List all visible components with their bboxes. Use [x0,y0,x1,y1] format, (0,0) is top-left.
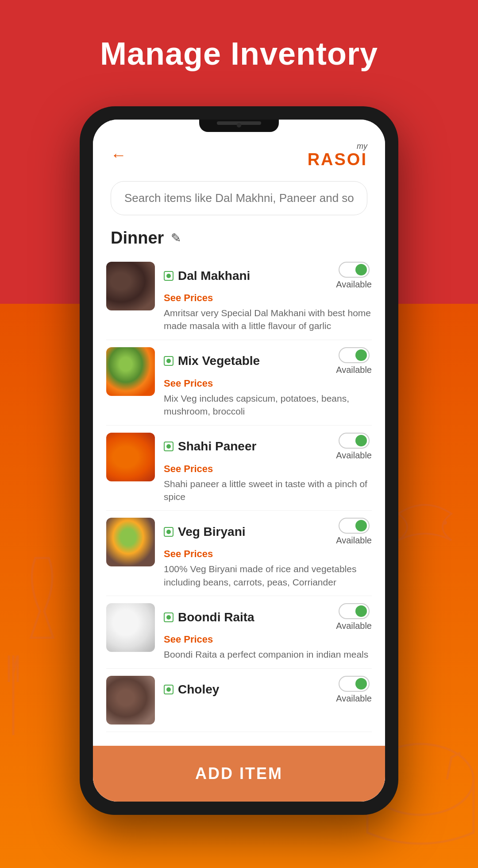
menu-item-5: Boondi Raita Available See Prices Boondi… [106,596,372,668]
add-item-button[interactable]: ADD ITEM [93,746,385,802]
menu-item-top: Boondi Raita Available See Prices Boondi… [106,603,372,661]
item-name-6: Choley [178,682,219,697]
menu-item-4: Veg Biryani Available See Prices 100% Ve… [106,511,372,596]
item-name-row: Veg Biryani Available [164,518,372,546]
item-name-row: Dal Makhani Available [164,262,372,290]
menu-item-top: Choley Available [106,676,372,725]
item-details-3: Shahi Paneer Available See Prices Shahi … [164,433,372,504]
item-details-4: Veg Biryani Available See Prices 100% Ve… [164,518,372,589]
toggle-label-5: Available [336,621,372,631]
toggle-knob-2 [355,349,367,361]
toggle-container-4[interactable]: Available [336,518,372,546]
availability-toggle-6[interactable] [339,676,370,692]
toggle-container-2[interactable]: Available [336,347,372,375]
availability-toggle-5[interactable] [339,603,370,619]
availability-toggle-2[interactable] [339,347,370,363]
item-name-row: Choley Available [164,676,372,704]
toggle-knob-1 [355,264,367,275]
item-image-6 [106,676,155,725]
toggle-knob-6 [355,678,367,690]
item-image-3 [106,433,155,481]
logo-my-text: my [308,142,367,151]
toggle-container-5[interactable]: Available [336,603,372,631]
section-title: Dinner [111,229,164,248]
see-prices-3[interactable]: See Prices [164,463,372,475]
menu-item-1: Dal Makhani Available See Prices Amritsa… [106,255,372,340]
item-name-3: Shahi Paneer [178,439,256,453]
items-list: Dal Makhani Available See Prices Amritsa… [93,255,385,746]
see-prices-2[interactable]: See Prices [164,378,372,389]
app-logo: my RASOI [308,142,367,168]
veg-indicator-3 [164,442,173,451]
logo-rasoi-text: RASOI [308,151,367,168]
item-description-4: 100% Veg Biryani made of rice and vegeta… [164,562,372,589]
veg-dot-inner [166,615,171,620]
svg-point-1 [443,520,447,525]
menu-item-top: Mix Vegetable Available See Prices Mix V… [106,347,372,418]
toggle-knob-5 [355,605,367,617]
page-title: Manage Inventory [0,0,478,72]
menu-item-top: Veg Biryani Available See Prices 100% Ve… [106,518,372,589]
app-content: ← my RASOI Dinner ✎ [93,120,385,802]
menu-item-3: Shahi Paneer Available See Prices Shahi … [106,426,372,511]
toggle-knob-3 [355,435,367,446]
item-name-with-dot: Choley [164,682,219,697]
toggle-label-3: Available [336,450,372,461]
toggle-container-1[interactable]: Available [336,262,372,290]
item-description-2: Mix Veg includes capsicum, potatoes, bea… [164,392,372,418]
veg-dot-inner [166,444,171,449]
item-name-row: Shahi Paneer Available [164,433,372,461]
item-description-1: Amritsar very Special Dal Makhani with b… [164,306,372,333]
item-name-with-dot: Shahi Paneer [164,439,256,453]
see-prices-1[interactable]: See Prices [164,292,372,304]
availability-toggle-1[interactable] [339,262,370,278]
phone-camera [237,123,241,128]
item-name-with-dot: Dal Makhani [164,269,250,283]
item-details-6: Choley Available [164,676,372,706]
item-details-5: Boondi Raita Available See Prices Boondi… [164,603,372,661]
veg-indicator-6 [164,685,173,694]
menu-item-top: Shahi Paneer Available See Prices Shahi … [106,433,372,504]
item-name-5: Boondi Raita [178,610,254,624]
phone-screen: ← my RASOI Dinner ✎ [93,120,385,802]
menu-item-6: Choley Available [106,669,372,732]
availability-toggle-4[interactable] [339,518,370,534]
back-button[interactable]: ← [111,146,127,164]
veg-indicator-4 [164,527,173,537]
item-name-row: Boondi Raita Available [164,603,372,631]
toggle-knob-4 [355,520,367,531]
see-prices-4[interactable]: See Prices [164,548,372,560]
item-image-4 [106,518,155,566]
item-details-1: Dal Makhani Available See Prices Amritsa… [164,262,372,333]
veg-indicator-2 [164,356,173,366]
menu-item-2: Mix Vegetable Available See Prices Mix V… [106,340,372,426]
item-name-1: Dal Makhani [178,269,250,283]
availability-toggle-3[interactable] [339,433,370,449]
toggle-container-6[interactable]: Available [336,676,372,704]
item-name-with-dot: Mix Vegetable [164,354,260,368]
item-name-row: Mix Vegetable Available [164,347,372,375]
item-image-2 [106,347,155,396]
menu-item-top: Dal Makhani Available See Prices Amritsa… [106,262,372,333]
item-name-with-dot: Veg Biryani [164,525,246,539]
item-name-4: Veg Biryani [178,525,246,539]
item-image-1 [106,262,155,310]
veg-dot-inner [166,274,171,278]
item-image-5 [106,603,155,652]
edit-section-icon[interactable]: ✎ [171,231,181,245]
item-name-with-dot: Boondi Raita [164,610,254,624]
item-description-3: Shahi paneer a little sweet in taste wit… [164,477,372,504]
veg-dot-inner [166,530,171,534]
toggle-label-6: Available [336,694,372,704]
phone-frame: ← my RASOI Dinner ✎ [80,106,398,815]
search-input[interactable] [111,181,367,215]
see-prices-5[interactable]: See Prices [164,634,372,645]
toggle-container-3[interactable]: Available [336,433,372,461]
veg-indicator-5 [164,612,173,622]
veg-dot-inner [166,687,171,692]
item-details-2: Mix Vegetable Available See Prices Mix V… [164,347,372,418]
toggle-label-4: Available [336,535,372,546]
veg-indicator-1 [164,271,173,281]
toggle-label-1: Available [336,279,372,290]
veg-dot-inner [166,359,171,363]
